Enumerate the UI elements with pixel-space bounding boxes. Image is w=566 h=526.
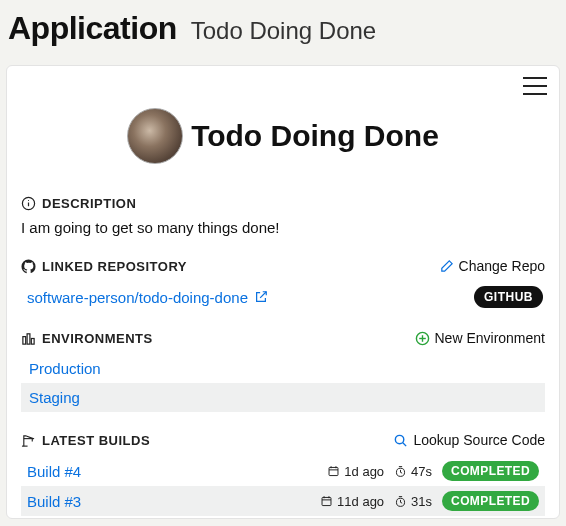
svg-rect-11 bbox=[329, 467, 338, 475]
new-environment-button[interactable]: New Environment bbox=[415, 330, 546, 346]
svg-point-2 bbox=[28, 200, 29, 201]
repo-link[interactable]: software-person/todo-doing-done bbox=[27, 289, 268, 306]
build-duration: 47s bbox=[394, 464, 432, 479]
description-section: DESCRIPTION I am going to get so many th… bbox=[7, 190, 559, 252]
repo-section: LINKED REPOSITORY Change Repo software-p… bbox=[7, 252, 559, 324]
build-age: 11d ago bbox=[320, 494, 384, 509]
table-row[interactable]: Build #4 1d ago 47s COMPLETED bbox=[21, 456, 545, 486]
build-link[interactable]: Build #4 bbox=[27, 463, 327, 480]
page-title: Application bbox=[8, 10, 177, 47]
svg-rect-4 bbox=[27, 333, 30, 343]
external-link-icon bbox=[254, 290, 268, 304]
build-age: 1d ago bbox=[327, 464, 384, 479]
provider-badge: GITHUB bbox=[474, 286, 543, 308]
repo-label: LINKED REPOSITORY bbox=[21, 259, 187, 274]
edit-icon bbox=[439, 259, 454, 274]
table-row[interactable]: Build #2 11d ago 32s COMPLETED bbox=[21, 516, 545, 518]
svg-line-25 bbox=[401, 502, 403, 503]
svg-line-17 bbox=[401, 472, 403, 473]
svg-rect-3 bbox=[23, 336, 26, 344]
environments-label: ENVIRONMENTS bbox=[21, 331, 153, 346]
build-duration: 31s bbox=[394, 494, 432, 509]
github-icon bbox=[21, 259, 36, 274]
calendar-icon bbox=[320, 495, 333, 508]
info-icon bbox=[21, 196, 36, 211]
build-link[interactable]: Build #3 bbox=[27, 493, 320, 510]
crane-icon bbox=[21, 433, 36, 448]
lookup-source-button[interactable]: Lookup Source Code bbox=[393, 432, 545, 448]
environments-icon bbox=[21, 331, 36, 346]
builds-label: LATEST BUILDS bbox=[21, 433, 150, 448]
card-topbar bbox=[7, 66, 559, 98]
card-scroll[interactable]: Todo Doing Done DESCRIPTION I am going t… bbox=[7, 66, 559, 518]
avatar bbox=[127, 108, 183, 164]
change-repo-button[interactable]: Change Repo bbox=[439, 258, 545, 274]
calendar-icon bbox=[327, 465, 340, 478]
page-subtitle: Todo Doing Done bbox=[191, 17, 376, 45]
app-title: Todo Doing Done bbox=[191, 119, 439, 153]
svg-rect-5 bbox=[31, 338, 34, 344]
app-title-row: Todo Doing Done bbox=[7, 98, 559, 190]
svg-line-10 bbox=[403, 442, 406, 445]
page-header: Application Todo Doing Done bbox=[0, 0, 566, 65]
svg-rect-19 bbox=[322, 497, 331, 505]
search-icon bbox=[393, 433, 408, 448]
description-text: I am going to get so many things done! bbox=[21, 217, 545, 252]
clock-icon bbox=[394, 465, 407, 478]
list-item[interactable]: Production bbox=[21, 354, 545, 383]
list-item[interactable]: Staging bbox=[21, 383, 545, 412]
svg-point-9 bbox=[396, 435, 404, 443]
environments-section: ENVIRONMENTS New Environment Production … bbox=[7, 324, 559, 412]
status-badge: COMPLETED bbox=[442, 461, 539, 481]
builds-section: LATEST BUILDS Lookup Source Code Build #… bbox=[7, 426, 559, 518]
description-label: DESCRIPTION bbox=[21, 196, 136, 211]
menu-icon[interactable] bbox=[521, 74, 549, 98]
app-card: Todo Doing Done DESCRIPTION I am going t… bbox=[6, 65, 560, 519]
clock-icon bbox=[394, 495, 407, 508]
plus-circle-icon bbox=[415, 331, 430, 346]
environments-list: Production Staging bbox=[21, 354, 545, 412]
builds-list: Build #4 1d ago 47s COMPLETED Build #3 1… bbox=[21, 456, 545, 518]
status-badge: COMPLETED bbox=[442, 491, 539, 511]
table-row[interactable]: Build #3 11d ago 31s COMPLETED bbox=[21, 486, 545, 516]
